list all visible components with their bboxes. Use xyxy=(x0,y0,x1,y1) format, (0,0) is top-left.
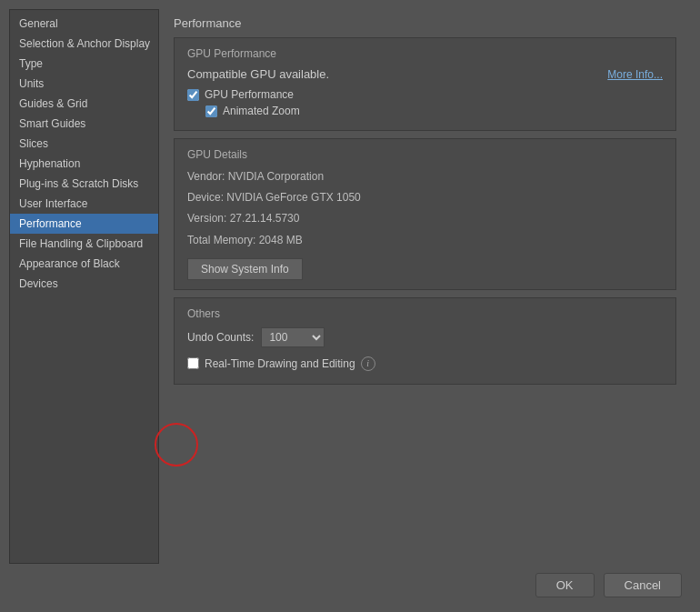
sidebar-item-general[interactable]: General xyxy=(10,14,158,34)
compatible-gpu-row: Compatible GPU available. More Info... xyxy=(187,67,663,81)
gpu-performance-checkbox-row: GPU Performance xyxy=(187,88,663,101)
sidebar-item-slices[interactable]: Slices xyxy=(10,134,158,154)
sidebar-item-hyphenation[interactable]: Hyphenation xyxy=(10,154,158,174)
ok-button[interactable]: OK xyxy=(535,573,595,597)
realtime-checkbox-row: Real-Time Drawing and Editing i xyxy=(187,356,663,371)
dialog-footer: OK Cancel xyxy=(9,564,691,603)
more-info-link[interactable]: More Info... xyxy=(607,68,663,81)
sidebar-item-file-handling[interactable]: File Handling & Clipboard xyxy=(10,234,158,254)
gpu-performance-subtitle: GPU Performance xyxy=(187,47,663,60)
compatible-gpu-text: Compatible GPU available. xyxy=(187,67,329,81)
sidebar-item-devices[interactable]: Devices xyxy=(10,274,158,294)
sidebar-item-smart-guides[interactable]: Smart Guides xyxy=(10,114,158,134)
gpu-performance-panel: GPU Performance Compatible GPU available… xyxy=(174,37,676,131)
gpu-details-subtitle: GPU Details xyxy=(187,148,663,161)
gpu-device: Device: NVIDIA GeForce GTX 1050 xyxy=(187,189,663,206)
sidebar-item-user-interface[interactable]: User Interface xyxy=(10,194,158,214)
sidebar-item-appearance-black[interactable]: Appearance of Black xyxy=(10,254,158,274)
gpu-performance-label: GPU Performance xyxy=(205,88,294,101)
section-title: Performance xyxy=(174,16,676,30)
cancel-button[interactable]: Cancel xyxy=(604,573,682,597)
undo-counts-label: Undo Counts: xyxy=(187,331,254,344)
animated-zoom-checkbox-row: Animated Zoom xyxy=(205,105,663,117)
gpu-vendor: Vendor: NVIDIA Corporation xyxy=(187,168,663,186)
gpu-performance-checkbox[interactable] xyxy=(187,89,199,101)
undo-counts-select[interactable]: 50 100 200 xyxy=(261,327,325,347)
sidebar-item-units[interactable]: Units xyxy=(10,74,158,94)
animated-zoom-label: Animated Zoom xyxy=(223,105,300,117)
others-subtitle: Others xyxy=(187,307,663,320)
animated-zoom-checkbox[interactable] xyxy=(205,105,217,117)
sidebar-item-plugins[interactable]: Plug-ins & Scratch Disks xyxy=(10,174,158,194)
realtime-label: Real-Time Drawing and Editing xyxy=(205,357,355,370)
realtime-checkbox[interactable] xyxy=(187,357,199,369)
sidebar: General Selection & Anchor Display Type … xyxy=(9,9,159,564)
info-icon[interactable]: i xyxy=(361,356,375,371)
others-panel: Others Undo Counts: 50 100 200 Real-Time… xyxy=(174,297,676,385)
sidebar-item-performance[interactable]: Performance xyxy=(10,214,158,234)
sidebar-item-guides-grid[interactable]: Guides & Grid xyxy=(10,94,158,114)
sidebar-item-type[interactable]: Type xyxy=(10,54,158,74)
gpu-version: Version: 27.21.14.5730 xyxy=(187,210,663,227)
gpu-details-panel: GPU Details Vendor: NVIDIA Corporation D… xyxy=(174,138,676,290)
main-content: Performance GPU Performance Compatible G… xyxy=(159,9,691,564)
sidebar-item-selection-anchor[interactable]: Selection & Anchor Display xyxy=(10,34,158,54)
show-system-info-button[interactable]: Show System Info xyxy=(187,258,303,280)
undo-counts-row: Undo Counts: 50 100 200 xyxy=(187,327,663,347)
gpu-memory: Total Memory: 2048 MB xyxy=(187,232,663,249)
